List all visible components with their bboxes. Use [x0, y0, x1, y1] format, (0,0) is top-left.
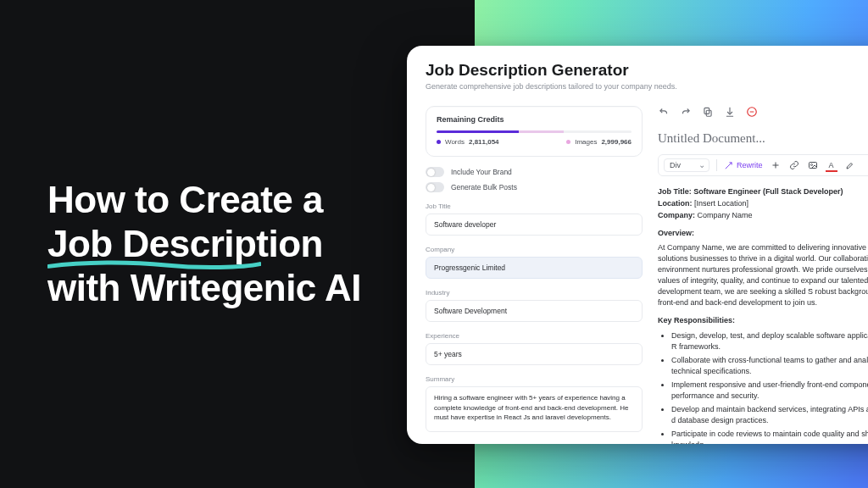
- out-job-title-value: Software Engineer (Full Stack Developer): [693, 187, 843, 196]
- toggle-bulk-posts-row: Generate Bulk Posts: [426, 182, 643, 192]
- credits-images-value: 2,999,966: [601, 138, 632, 146]
- image-icon[interactable]: [807, 159, 819, 171]
- industry-label: Industry: [426, 289, 643, 297]
- summary-label: Summary: [426, 375, 643, 383]
- credits-title: Remaining Credits: [437, 115, 632, 124]
- out-location-value: [Insert Location]: [694, 199, 748, 208]
- rewrite-button[interactable]: Rewrite: [724, 161, 763, 170]
- credits-images: Images 2,999,966: [566, 138, 632, 146]
- wand-icon: [724, 161, 733, 170]
- editor-column: Untitled Document... Div Rewrite A: [658, 106, 868, 444]
- app-header: Job Description Generator Generate compr…: [426, 61, 868, 91]
- svg-point-4: [810, 164, 812, 166]
- rewrite-label: Rewrite: [737, 161, 763, 169]
- editor-toolbar-format: Div Rewrite A: [658, 154, 868, 176]
- out-job-title-label: Job Title:: [658, 187, 692, 196]
- experience-label: Experience: [426, 332, 643, 340]
- responsibilities-list: Design, develop, test, and deploy scalab…: [658, 330, 868, 444]
- editor-toolbar-actions: [658, 106, 868, 118]
- hero-line-3: with Writegenic AI: [47, 266, 361, 310]
- list-item: Participate in code reviews to maintain …: [671, 429, 868, 444]
- redo-icon[interactable]: [680, 106, 692, 118]
- job-title-input[interactable]: [426, 214, 643, 236]
- page-subtitle: Generate comprehensive job descriptions …: [426, 82, 677, 91]
- company-input[interactable]: [426, 257, 643, 279]
- out-location-label: Location:: [658, 199, 693, 208]
- toggle-include-brand-label: Include Your Brand: [451, 168, 512, 176]
- list-item: Collaborate with cross-functional teams …: [671, 355, 868, 377]
- credits-words: Words 2,811,054: [437, 138, 499, 146]
- hero-line-2-wrap: Job Description: [47, 222, 323, 266]
- company-label: Company: [426, 246, 643, 253]
- overview-body: At Company Name, we are committed to del…: [658, 242, 868, 308]
- highlight-icon[interactable]: [844, 159, 856, 171]
- toggle-include-brand-row: Include Your Brand: [426, 167, 643, 177]
- dot-icon: [566, 140, 570, 144]
- list-item: Develop and maintain backend services, i…: [671, 404, 868, 426]
- format-select[interactable]: Div: [664, 158, 709, 172]
- list-item: Implement responsive and user-friendly f…: [671, 380, 868, 402]
- copy-icon[interactable]: [702, 106, 714, 118]
- text-color-icon[interactable]: A: [826, 159, 837, 171]
- list-item: Design, develop, test, and deploy scalab…: [671, 330, 868, 352]
- dot-icon: [437, 140, 441, 144]
- app-window: Job Description Generator Generate compr…: [407, 46, 868, 444]
- out-company-label: Company:: [658, 211, 695, 219]
- credits-images-label: Images: [575, 138, 597, 146]
- responsibilities-heading: Key Responsibilities:: [658, 315, 868, 326]
- download-icon[interactable]: [724, 106, 736, 118]
- plus-icon[interactable]: [770, 159, 782, 171]
- industry-input[interactable]: [426, 300, 643, 322]
- link-icon[interactable]: [788, 159, 800, 171]
- hero-headline: How to Create a Job Description with Wri…: [47, 178, 361, 310]
- toggle-include-brand[interactable]: [426, 167, 444, 177]
- document-title[interactable]: Untitled Document...: [658, 131, 868, 146]
- delete-icon[interactable]: [746, 106, 758, 118]
- summary-textarea[interactable]: [426, 386, 643, 432]
- credits-words-label: Words: [445, 138, 465, 146]
- hero-panel: How to Create a Job Description with Wri…: [0, 0, 475, 488]
- experience-input[interactable]: [426, 343, 643, 365]
- toggle-bulk-posts[interactable]: [426, 182, 444, 192]
- credits-progress-bar: [437, 130, 632, 133]
- hero-line-2: Job Description: [47, 223, 323, 264]
- overview-heading: Overview:: [658, 228, 868, 239]
- credits-card: Remaining Credits Words 2,811,054 Images: [426, 106, 643, 157]
- page-title: Job Description Generator: [426, 61, 677, 80]
- job-title-label: Job Title: [426, 202, 643, 210]
- undo-icon[interactable]: [658, 106, 670, 118]
- credits-words-value: 2,811,054: [469, 138, 499, 146]
- form-column: Remaining Credits Words 2,811,054 Images: [426, 106, 643, 444]
- toggle-bulk-posts-label: Generate Bulk Posts: [451, 183, 517, 191]
- hero-line-1: How to Create a: [47, 178, 361, 222]
- generated-content: Job Title: Software Engineer (Full Stack…: [658, 186, 868, 444]
- toolbar-divider: [716, 159, 717, 171]
- out-company-value: Company Name: [698, 211, 753, 219]
